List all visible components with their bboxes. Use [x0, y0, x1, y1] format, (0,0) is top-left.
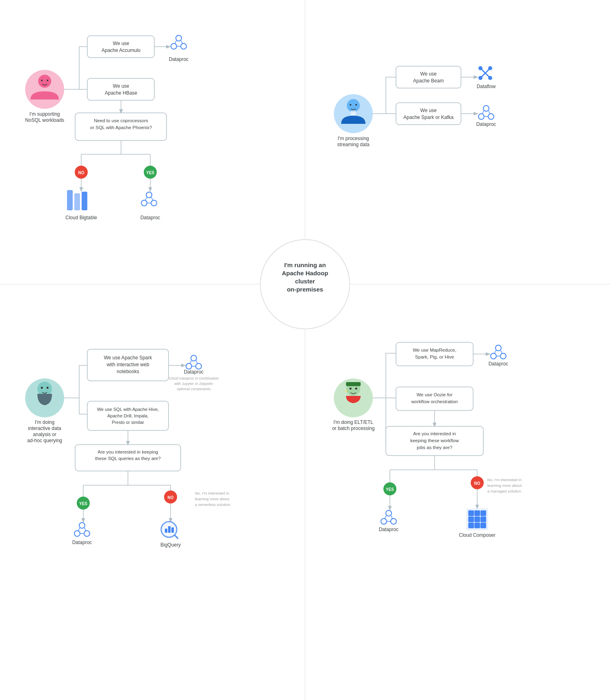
svg-point-83 [478, 114, 484, 119]
svg-rect-207 [468, 516, 474, 522]
svg-point-8 [38, 75, 51, 88]
svg-text:NO: NO [78, 171, 84, 175]
svg-point-137 [79, 523, 85, 528]
svg-text:Dataproc: Dataproc [184, 369, 204, 375]
svg-text:NoSQL workloads: NoSQL workloads [25, 117, 64, 123]
svg-text:Spark, Pig, or Hive: Spark, Pig, or Hive [415, 354, 454, 359]
svg-text:analysis or: analysis or [33, 432, 56, 437]
svg-point-106 [191, 355, 197, 361]
svg-text:streaming data: streaming data [337, 142, 370, 147]
svg-text:We use: We use [113, 41, 130, 46]
svg-point-138 [74, 531, 80, 536]
svg-point-21 [176, 35, 182, 41]
svg-text:Apache Accumulo: Apache Accumulo [102, 48, 141, 53]
svg-rect-206 [480, 510, 486, 516]
svg-rect-208 [474, 516, 480, 522]
svg-text:or SQL with Apache Phoenix?: or SQL with Apache Phoenix? [90, 125, 152, 130]
svg-line-53 [151, 197, 153, 200]
svg-line-140 [78, 528, 80, 531]
svg-text:Are you interested in: Are you interested in [413, 431, 456, 436]
svg-rect-211 [474, 523, 480, 528]
svg-point-10 [47, 80, 48, 81]
svg-rect-147 [165, 529, 167, 533]
svg-rect-46 [82, 192, 87, 210]
svg-point-76 [488, 76, 492, 80]
svg-text:BigQuery: BigQuery [160, 542, 181, 548]
svg-text:Cloud Dataproc in combination: Cloud Dataproc in combination [169, 376, 218, 380]
svg-text:a managed solution.: a managed solution. [487, 489, 522, 493]
svg-text:Apache Hadoop: Apache Hadoop [282, 270, 328, 277]
svg-rect-45 [74, 193, 80, 210]
svg-rect-60 [351, 110, 356, 115]
svg-rect-212 [480, 523, 486, 528]
svg-text:Dataflow: Dataflow [477, 84, 496, 89]
svg-line-52 [145, 197, 147, 200]
svg-point-58 [350, 104, 351, 106]
svg-text:Apache Beam: Apache Beam [413, 78, 443, 84]
svg-text:cluster: cluster [295, 278, 315, 285]
svg-point-170 [500, 353, 506, 359]
svg-text:Dataproc: Dataproc [72, 540, 92, 545]
svg-point-157 [346, 390, 347, 392]
svg-line-172 [501, 350, 502, 353]
svg-rect-205 [474, 510, 480, 516]
svg-text:Cloud Bigtable: Cloud Bigtable [65, 215, 97, 220]
svg-text:learning more about: learning more about [195, 497, 229, 501]
svg-line-199 [391, 516, 392, 519]
svg-text:We use Oozie for: We use Oozie for [417, 392, 453, 397]
svg-text:I'm running an: I'm running an [284, 261, 326, 268]
svg-point-82 [483, 106, 489, 111]
svg-text:No, I'm interested in: No, I'm interested in [195, 491, 229, 495]
svg-text:on-premises: on-premises [287, 286, 323, 293]
svg-text:YES: YES [386, 487, 394, 492]
svg-text:We use MapReduce,: We use MapReduce, [413, 348, 456, 352]
svg-point-92 [47, 387, 49, 389]
svg-rect-17 [87, 36, 154, 58]
svg-text:No, I'm interested in: No, I'm interested in [487, 477, 521, 482]
svg-text:Dataproc: Dataproc [489, 361, 508, 367]
svg-point-196 [381, 519, 387, 524]
svg-text:We use Apache Spark: We use Apache Spark [104, 355, 153, 361]
svg-point-50 [141, 200, 147, 206]
svg-point-139 [84, 531, 90, 536]
main-container: I'm running an Apache Hadoop cluster on-… [0, 0, 610, 700]
svg-point-91 [41, 387, 43, 389]
svg-text:workflow orchestration: workflow orchestration [411, 399, 458, 404]
svg-text:YES: YES [79, 501, 87, 506]
svg-text:I'm doing ELT/ETL: I'm doing ELT/ETL [333, 419, 373, 425]
svg-point-107 [186, 363, 192, 369]
svg-point-156 [355, 388, 357, 390]
svg-text:I'm processing: I'm processing [338, 136, 369, 141]
svg-line-171 [495, 350, 496, 353]
svg-text:Dataproc: Dataproc [169, 56, 189, 62]
svg-text:Need to use coprocessors: Need to use coprocessors [94, 118, 148, 123]
svg-point-9 [41, 80, 43, 81]
svg-line-141 [84, 528, 86, 531]
svg-text:NO: NO [168, 495, 174, 500]
svg-text:NO: NO [474, 481, 480, 486]
svg-point-49 [146, 192, 152, 198]
svg-rect-210 [468, 523, 474, 528]
svg-rect-78 [396, 103, 461, 125]
svg-line-86 [489, 111, 490, 114]
svg-rect-44 [67, 190, 73, 210]
svg-point-155 [350, 388, 352, 390]
svg-line-198 [385, 516, 386, 519]
svg-text:with interactive web: with interactive web [106, 362, 149, 367]
svg-text:Apache Drill, Impala,: Apache Drill, Impala, [107, 413, 149, 418]
svg-point-74 [488, 66, 492, 70]
svg-rect-209 [480, 516, 486, 522]
svg-rect-175 [396, 387, 473, 410]
svg-text:We use: We use [420, 71, 437, 77]
svg-text:ad-hoc querying: ad-hoc querying [27, 438, 62, 443]
svg-text:I'm supporting: I'm supporting [30, 111, 60, 117]
svg-text:YES: YES [146, 171, 154, 175]
svg-rect-67 [396, 66, 461, 88]
svg-point-197 [391, 519, 396, 524]
svg-line-110 [196, 361, 197, 363]
svg-point-23 [181, 43, 186, 49]
svg-line-25 [181, 41, 182, 43]
svg-point-59 [355, 104, 357, 106]
svg-line-109 [190, 361, 191, 363]
svg-rect-149 [171, 527, 174, 533]
